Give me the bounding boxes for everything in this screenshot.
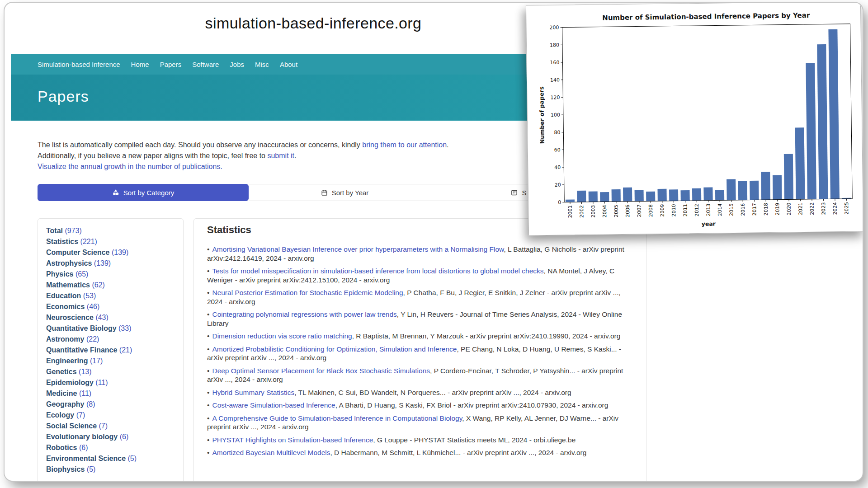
bar-2012 (692, 188, 701, 201)
category-item[interactable]: Neuroscience (43) (46, 312, 175, 323)
paper-title-link[interactable]: Dimension reduction via score ratio matc… (212, 332, 352, 340)
bullet-icon: • (207, 449, 209, 456)
bar-2024 (828, 29, 840, 199)
paper-item: •PHYSTAT Highlights on Simulation-based … (207, 436, 628, 445)
paper-meta: , TL Makinen, C Sui, BD Wandelt, N Porqu… (294, 389, 571, 396)
paper-item: •Amortized Bayesian Multilevel Models, D… (207, 448, 628, 457)
paper-item: •Amortising Variational Bayesian Inferen… (207, 245, 628, 263)
category-item[interactable]: Epidemiology (11) (46, 377, 175, 388)
paper-title-link[interactable]: Tests for model misspecification in simu… (212, 267, 543, 275)
paper-title-link[interactable]: Amortized Bayesian Multilevel Models (212, 449, 330, 456)
category-item[interactable]: Environmental Science (5) (46, 453, 175, 464)
category-item[interactable]: Evolutionary biology (6) (46, 432, 175, 442)
tab-sort-by-category-label: Sort by Category (123, 189, 175, 197)
x-tick-label: 2015 (728, 203, 734, 216)
category-count: (13) (79, 368, 91, 375)
category-name: Neuroscience (46, 314, 94, 321)
category-item[interactable]: Ecology (7) (46, 410, 175, 421)
category-item[interactable]: Social Science (7) (46, 421, 175, 432)
tab-sort-by-year[interactable]: Sort by Year (249, 184, 441, 201)
x-tick-label: 2014 (717, 203, 723, 216)
bar-2018 (761, 172, 770, 200)
bar-2006 (623, 188, 632, 202)
bar-2010 (669, 189, 678, 201)
paper-title-link[interactable]: Cointegrating polynomial regressions wit… (212, 310, 396, 318)
x-tick-label: 2016 (740, 203, 746, 216)
submit-paper-link[interactable]: submit it (267, 152, 294, 160)
category-item[interactable]: Robotics (6) (46, 442, 175, 453)
category-item[interactable]: Biophysics (5) (46, 464, 175, 475)
paper-item: •Tests for model misspecification in sim… (207, 267, 628, 284)
paper-title-link[interactable]: Amortising Variational Bayesian Inferenc… (212, 245, 504, 253)
paper-title-link[interactable]: Cost-aware Simulation-based Inference (212, 401, 335, 409)
paper-item: •A Comprehensive Guide to Simulation-bas… (207, 414, 628, 432)
category-item[interactable]: Genetics (13) (46, 366, 175, 377)
category-count: (5) (128, 455, 137, 462)
category-count: (221) (80, 238, 97, 245)
intro-line-2-end: . (294, 152, 296, 160)
category-item[interactable]: Economics (46) (46, 301, 175, 312)
nav-link[interactable]: Papers (160, 61, 182, 68)
category-item[interactable]: Education (53) (46, 291, 175, 301)
category-count: (43) (95, 314, 108, 321)
category-count: (139) (94, 259, 111, 267)
x-tick-label: 2019 (774, 203, 780, 216)
tab-search-label: S (522, 189, 526, 197)
papers-by-year-chart: Number of Simulation-based Inference Pap… (526, 3, 863, 236)
category-name: Geography (46, 400, 84, 408)
chart-ylabel: Number of papers (538, 86, 546, 144)
category-item[interactable]: Astronomy (22) (46, 334, 175, 345)
category-item[interactable]: Physics (65) (46, 269, 175, 280)
nav-link[interactable]: Software (192, 61, 219, 68)
category-name: Statistics (46, 238, 78, 245)
hero-title: Papers (38, 88, 89, 105)
bullet-icon: • (207, 389, 209, 396)
category-item[interactable]: Geography (8) (46, 399, 175, 410)
category-count: (139) (112, 249, 128, 256)
bullet-icon: • (207, 436, 209, 444)
x-tick-label: 2002 (579, 205, 585, 218)
category-item[interactable]: Quantitative Biology (33) (46, 323, 175, 334)
category-item[interactable]: Statistics (221) (46, 236, 175, 247)
category-item[interactable]: Medicine (11) (46, 388, 175, 399)
intro-line-1-end: . (447, 141, 448, 149)
intro-text: The list is automatically compiled each … (38, 140, 449, 172)
paper-item: •Deep Optimal Sensor Placement for Black… (207, 366, 628, 384)
category-item[interactable]: Astrophysics (139) (46, 258, 175, 269)
category-name: Biophysics (46, 465, 85, 473)
y-tick-label: 180 (550, 42, 559, 48)
x-tick-label: 2009 (659, 204, 665, 217)
nav-link[interactable]: About (280, 61, 297, 68)
paper-title-link[interactable]: Neural Posterior Estimation for Stochast… (212, 289, 403, 296)
paper-title-link[interactable]: A Comprehensive Guide to Simulation-base… (212, 414, 462, 422)
category-item[interactable]: Mathematics (62) (46, 280, 175, 291)
bar-2021 (795, 127, 805, 199)
category-item[interactable]: Computer Science (139) (46, 247, 175, 258)
visualize-growth-link[interactable]: Visualize the annual growth in the numbe… (38, 163, 222, 170)
category-item[interactable]: Quantitative Finance (21) (46, 345, 175, 356)
tab-sort-by-category[interactable]: Sort by Category (38, 184, 249, 201)
paper-title-link[interactable]: PHYSTAT Highlights on Simulation-based I… (212, 436, 373, 444)
category-name: Education (46, 292, 81, 300)
category-item[interactable]: Total (973) (46, 225, 175, 236)
paper-title-link[interactable]: Deep Optimal Sensor Placement for Black … (212, 367, 430, 375)
bar-2022 (806, 63, 816, 199)
nav-link[interactable]: Jobs (230, 61, 244, 68)
category-sidebar: Total (973) Statistics (221) Computer Sc… (38, 218, 184, 481)
x-tick-label: 2023 (821, 202, 826, 215)
navbar-brand[interactable]: Simulation-based Inference (38, 61, 120, 68)
nav-link[interactable]: Home (131, 61, 149, 68)
bullet-icon: • (207, 401, 209, 409)
report-issue-link[interactable]: bring them to our attention (362, 141, 447, 149)
category-name: Genetics (46, 368, 77, 375)
bar-2004 (600, 192, 609, 202)
paper-meta: , R Baptista, M Brennan, Y Marzouk - arX… (352, 332, 621, 340)
paper-title-link[interactable]: Amortized Probabilistic Conditioning for… (212, 345, 457, 353)
intro-line-3: Visualize the annual growth in the numbe… (38, 161, 449, 172)
paper-title-link[interactable]: Hybrid Summary Statistics (212, 389, 294, 396)
navbar-items: Home Papers Software Jobs Misc About (131, 61, 297, 68)
y-tick-label: 40 (554, 164, 561, 170)
x-tick-label: 2007 (636, 204, 642, 217)
nav-link[interactable]: Misc (255, 61, 269, 68)
category-item[interactable]: Engineering (17) (46, 356, 175, 366)
